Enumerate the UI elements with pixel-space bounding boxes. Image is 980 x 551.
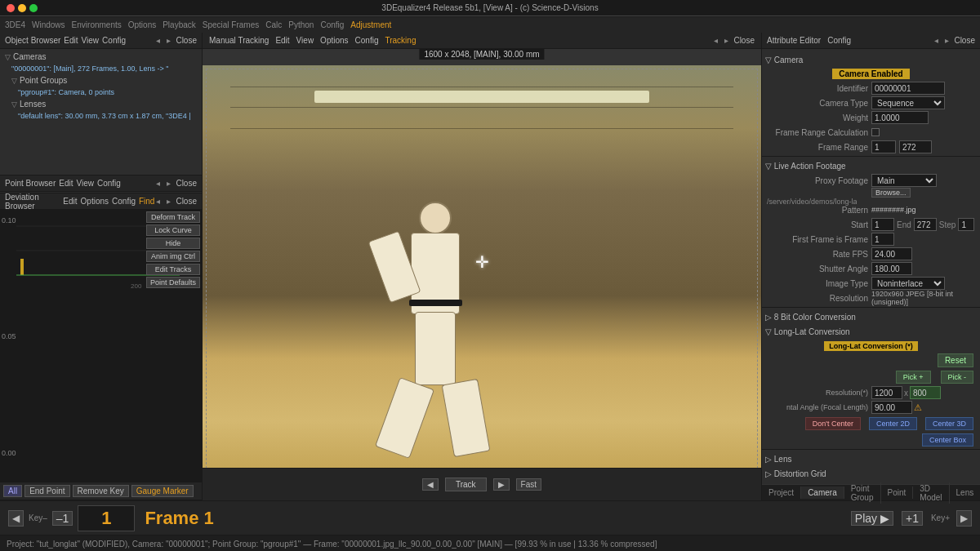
point-browser-label[interactable]: Point Browser: [5, 179, 56, 188]
tab-playback[interactable]: Playback: [163, 20, 196, 29]
longlat-section[interactable]: ▽ Long-Lat Conversion: [762, 324, 980, 339]
8bit-section[interactable]: ▷ 8 Bit Color Conversion: [762, 309, 980, 324]
camera-section-header[interactable]: ▽ Camera: [762, 52, 980, 67]
identifier-input[interactable]: [871, 82, 945, 95]
tab-python[interactable]: Python: [288, 20, 314, 29]
tracking-view[interactable]: View: [296, 36, 314, 45]
deviation-config[interactable]: Config: [112, 197, 136, 206]
frame-range-start[interactable]: [871, 140, 896, 153]
key-left-btn[interactable]: ◀: [8, 510, 24, 527]
lock-curve-btn[interactable]: Lock Curve: [146, 224, 200, 236]
tab-3de4[interactable]: 3DE4: [5, 20, 25, 29]
scene-config[interactable]: Config: [102, 36, 126, 45]
scene-close[interactable]: Close: [176, 36, 197, 45]
track-next-btn[interactable]: ▶: [493, 478, 510, 491]
tree-point-groups[interactable]: ▽ Point Groups: [0, 74, 202, 87]
camera-enabled-btn[interactable]: Camera Enabled: [832, 69, 909, 79]
tree-pgroup[interactable]: "pgroup#1": Camera, 0 points: [0, 87, 202, 98]
image-type-select[interactable]: Noninterlace: [871, 277, 945, 290]
point-config[interactable]: Config: [97, 179, 121, 188]
point-edit[interactable]: Edit: [59, 179, 73, 188]
anim-img-ctrl-btn[interactable]: Anim img Ctrl: [146, 251, 200, 262]
step-input[interactable]: [958, 218, 974, 231]
attr-config[interactable]: Config: [827, 36, 851, 45]
end-point-btn[interactable]: End Point: [24, 485, 69, 497]
tab-3d-model[interactable]: 3D Model: [913, 482, 949, 504]
viewport-close[interactable]: Close: [733, 36, 755, 45]
end-input[interactable]: [914, 218, 937, 231]
maximize-dot[interactable]: [29, 4, 38, 12]
tracking-active[interactable]: Tracking: [385, 36, 416, 45]
point-defaults-btn[interactable]: Point Defaults: [146, 277, 200, 288]
tab-lens[interactable]: Lens: [950, 487, 980, 499]
close-dot[interactable]: [7, 4, 15, 12]
longlat-conversion-btn[interactable]: Long-Lat Conversion (*): [824, 341, 918, 351]
center-box-btn[interactable]: Center Box: [922, 433, 973, 447]
tab-project[interactable]: Project: [762, 487, 801, 499]
point-close[interactable]: Close: [176, 179, 197, 188]
tree-camera-item[interactable]: "00000001": [Main], 272 Frames, 1.00, Le…: [0, 63, 202, 74]
proxy-footage-select[interactable]: Main: [871, 174, 937, 187]
start-input[interactable]: [871, 218, 894, 231]
tab-environments[interactable]: Environments: [72, 20, 122, 29]
attr-nav-left[interactable]: ◂: [933, 36, 940, 45]
tree-lens-item[interactable]: "default lens": 30.00 mm, 3.73 cm x 1.87…: [0, 110, 202, 122]
frame-range-end[interactable]: [899, 140, 932, 153]
scene-object-browser[interactable]: Object Browser: [5, 36, 60, 45]
viewport[interactable]: 1600 x 2048, [MAIN], 30.00 mm: [203, 49, 761, 468]
viewport-nav-right[interactable]: ▸: [723, 36, 730, 45]
tab-windows[interactable]: Windows: [32, 20, 65, 29]
longlat-res-x[interactable]: [871, 386, 902, 399]
all-btn[interactable]: All: [3, 485, 22, 497]
deviation-options[interactable]: Options: [81, 197, 109, 206]
deviation-browser-label[interactable]: Deviation Browser: [5, 193, 60, 211]
deviation-close[interactable]: Close: [176, 197, 197, 206]
point-nav-right[interactable]: ▸: [165, 179, 172, 188]
tab-calc[interactable]: Calc: [265, 20, 282, 29]
deform-track-btn[interactable]: Deform Track: [146, 211, 200, 223]
pick-plus-btn[interactable]: Pick +: [896, 371, 931, 384]
tab-point[interactable]: Point: [881, 487, 914, 499]
viewport-nav-left[interactable]: ◂: [712, 36, 719, 45]
tab-options[interactable]: Options: [128, 20, 156, 29]
hide-btn[interactable]: Hide: [146, 238, 200, 249]
edit-tracks-btn[interactable]: Edit Tracks: [146, 264, 200, 275]
gauge-marker-btn[interactable]: Gauge Marker: [131, 485, 194, 497]
deviation-find[interactable]: Find: [139, 197, 154, 206]
camera-type-select[interactable]: Sequence: [871, 96, 945, 109]
scene-edit[interactable]: Edit: [64, 36, 78, 45]
tab-camera[interactable]: Camera: [801, 487, 844, 499]
live-action-section[interactable]: ▽ Live Action Footage: [762, 158, 980, 173]
center-3d-btn[interactable]: Center 3D: [925, 417, 973, 430]
deviation-nav-left[interactable]: ◂: [154, 197, 162, 206]
manual-tracking-label[interactable]: Manual Tracking: [209, 36, 269, 45]
point-view[interactable]: View: [76, 179, 94, 188]
scene-nav-right[interactable]: ▸: [165, 36, 172, 45]
browse-btn[interactable]: Browse...: [871, 188, 911, 198]
tracking-edit[interactable]: Edit: [275, 36, 289, 45]
remove-key-btn[interactable]: Remove Key: [73, 485, 129, 497]
longlat-res-y[interactable]: [910, 386, 941, 399]
center-2d-btn[interactable]: Center 2D: [869, 417, 917, 430]
tab-config[interactable]: Config: [320, 20, 344, 29]
track-btn[interactable]: Track: [445, 478, 487, 491]
attr-editor-label[interactable]: Attribute Editor: [767, 36, 821, 45]
minimize-dot[interactable]: [18, 4, 26, 12]
scene-nav-left[interactable]: ◂: [154, 36, 162, 45]
deviation-edit[interactable]: Edit: [63, 197, 77, 206]
dont-center-btn[interactable]: Don't Center: [805, 417, 861, 430]
distortion-section[interactable]: ▷ Distortion Grid: [762, 466, 980, 481]
point-nav-left[interactable]: ◂: [154, 179, 162, 188]
tree-lenses[interactable]: ▽ Lenses: [0, 98, 202, 110]
track-prev-btn[interactable]: ◀: [422, 478, 439, 491]
tracking-options[interactable]: Options: [320, 36, 348, 45]
tree-cameras[interactable]: ▽ Cameras: [0, 51, 202, 63]
lens-section[interactable]: ▷ Lens: [762, 451, 980, 466]
tab-point-group[interactable]: Point Group: [844, 482, 881, 504]
longlat-angle-input[interactable]: [871, 401, 912, 414]
pick-minus-btn[interactable]: Pick -: [941, 371, 974, 384]
scene-view[interactable]: View: [82, 36, 100, 45]
frame-range-calc-checkbox[interactable]: [871, 128, 880, 136]
reset-btn[interactable]: Reset: [938, 353, 973, 367]
first-frame-input[interactable]: [871, 233, 894, 246]
